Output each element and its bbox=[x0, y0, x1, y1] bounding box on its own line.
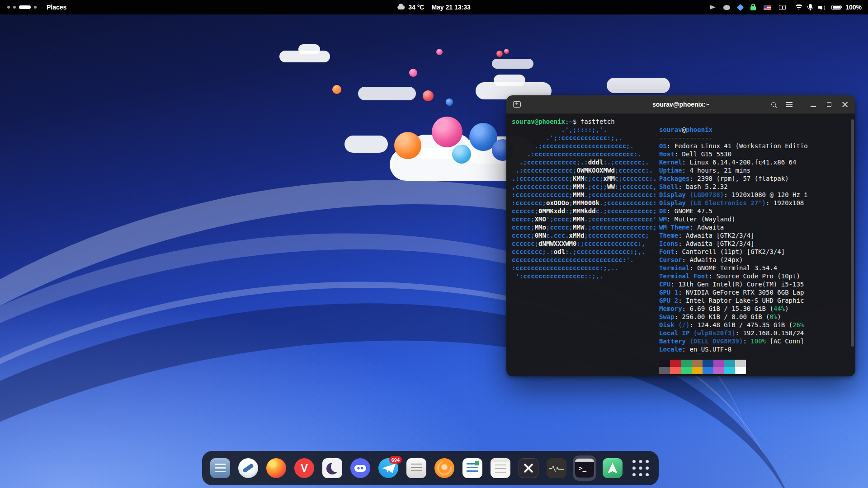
palette-swatch bbox=[681, 367, 692, 374]
weather-icon bbox=[397, 5, 405, 9]
volume-icon[interactable] bbox=[818, 5, 826, 10]
palette-swatch bbox=[681, 360, 692, 367]
workspace-dot[interactable] bbox=[34, 6, 37, 9]
new-tab-button[interactable] bbox=[510, 98, 524, 111]
hamburger-menu-icon bbox=[786, 102, 793, 107]
dock-office-writer-icon bbox=[462, 458, 482, 478]
dock-telegram[interactable]: 694 bbox=[377, 455, 400, 481]
dock-discord-icon bbox=[350, 458, 370, 478]
palette-swatch bbox=[703, 367, 713, 374]
wifi-icon[interactable] bbox=[795, 5, 803, 10]
status-icons bbox=[795, 4, 841, 10]
battery-icon[interactable] bbox=[831, 5, 841, 10]
workspace-dot[interactable] bbox=[7, 6, 10, 9]
fastfetch-info: sourav@phoenix -------------- OS: Fedora… bbox=[659, 126, 808, 353]
palette-swatch bbox=[659, 367, 670, 374]
top-bar: Places 34 °C May 21 13:33 100% bbox=[0, 0, 868, 14]
places-menu[interactable]: Places bbox=[44, 4, 69, 11]
dock-terminal-icon bbox=[575, 458, 594, 478]
dock-system-monitor[interactable] bbox=[545, 455, 568, 481]
workspace-indicator[interactable] bbox=[7, 5, 37, 9]
dock-system-monitor-icon bbox=[547, 458, 566, 478]
notification-badge: 694 bbox=[389, 456, 402, 464]
new-tab-icon bbox=[513, 101, 521, 108]
scrollbar-thumb[interactable] bbox=[851, 119, 854, 347]
close-button[interactable] bbox=[838, 98, 852, 111]
tray-app-blue-icon[interactable] bbox=[737, 4, 744, 11]
palette-swatch bbox=[713, 367, 724, 374]
keyboard-layout-flag-icon[interactable] bbox=[764, 5, 771, 10]
wallpaper-balloon bbox=[452, 145, 471, 164]
dock-gnome-web[interactable] bbox=[236, 455, 260, 481]
dock-office-writer[interactable] bbox=[461, 455, 484, 481]
search-button[interactable] bbox=[767, 98, 780, 111]
palette-swatch bbox=[692, 360, 703, 367]
battery-percent: 100% bbox=[845, 4, 862, 11]
dock-gnome-web-icon bbox=[238, 458, 258, 478]
wallpaper-cloud bbox=[492, 59, 533, 69]
dock-orange-ring-app-icon bbox=[434, 458, 454, 478]
system-tray bbox=[710, 4, 786, 10]
terminal-content[interactable]: sourav@phoenix:~$ fastfetch .',;::::;,'.… bbox=[506, 114, 855, 376]
tray-telegram-icon[interactable] bbox=[710, 5, 716, 9]
dock-firefox-icon bbox=[266, 458, 286, 478]
weather-temperature: 34 °C bbox=[408, 4, 424, 11]
wallpaper-balloon bbox=[432, 117, 462, 147]
minimize-icon bbox=[811, 106, 816, 107]
wallpaper-balloon bbox=[446, 99, 453, 106]
wallpaper-balloon bbox=[496, 51, 503, 57]
palette-swatch bbox=[670, 367, 681, 374]
wallpaper-cloud bbox=[358, 87, 416, 100]
microphone-icon[interactable] bbox=[809, 4, 812, 9]
dock-show-apps-icon bbox=[631, 458, 651, 478]
workspace-active-pill[interactable] bbox=[19, 5, 31, 9]
maximize-button[interactable] bbox=[822, 98, 836, 111]
dock-terminal[interactable] bbox=[573, 455, 596, 481]
date-time: May 21 13:33 bbox=[431, 4, 470, 11]
palette-swatch bbox=[659, 360, 670, 367]
dock-firefox[interactable] bbox=[264, 455, 288, 481]
palette-swatch bbox=[735, 367, 746, 374]
tray-discord-icon[interactable] bbox=[723, 5, 730, 10]
search-icon bbox=[771, 102, 776, 107]
dock-text-editor-blue-icon bbox=[210, 458, 230, 478]
terminal-titlebar[interactable]: sourav@phoenix:~ bbox=[506, 95, 855, 114]
dock-dark-x-app-icon bbox=[519, 458, 538, 478]
wallpaper-balloon bbox=[409, 69, 417, 77]
dock-vivaldi[interactable] bbox=[292, 455, 316, 481]
maximize-icon bbox=[827, 102, 831, 107]
dock-green-share-app[interactable] bbox=[601, 455, 624, 481]
clock-menu[interactable]: 34 °C May 21 13:33 bbox=[397, 0, 471, 14]
dock-orange-ring-app[interactable] bbox=[433, 455, 456, 481]
terminal-window: sourav@phoenix:~ sourav@phoenix:~$ fastf… bbox=[506, 95, 855, 376]
shell-prompt: sourav@phoenix:~$ fastfetch bbox=[512, 117, 851, 126]
terminal-color-palette bbox=[659, 360, 808, 374]
palette-swatch bbox=[724, 367, 735, 374]
wallpaper-cloud bbox=[344, 136, 388, 153]
dock-notes[interactable] bbox=[489, 455, 512, 481]
palette-swatch bbox=[735, 360, 746, 367]
wallpaper-balloon bbox=[423, 90, 434, 101]
palette-swatch bbox=[670, 360, 681, 367]
dock: 694 bbox=[202, 451, 659, 485]
menu-button[interactable] bbox=[783, 98, 796, 111]
tray-vpn-lock-icon[interactable] bbox=[750, 6, 756, 10]
fastfetch-output: .',;::::;,'. .';:cccccccccccc:;,. .;cccc… bbox=[512, 126, 851, 374]
dock-discord[interactable] bbox=[349, 455, 372, 481]
dock-zen-browser[interactable] bbox=[321, 455, 344, 481]
dock-notes-icon bbox=[491, 458, 510, 478]
dock-document-editor[interactable] bbox=[405, 455, 428, 481]
scrollbar[interactable] bbox=[851, 117, 854, 375]
minimize-button[interactable] bbox=[807, 98, 820, 111]
tiling-assistant-icon[interactable] bbox=[779, 5, 786, 10]
workspace-dot[interactable] bbox=[13, 6, 16, 9]
dock-text-editor-blue[interactable] bbox=[208, 455, 232, 481]
dock-dark-x-app[interactable] bbox=[517, 455, 540, 481]
quick-settings[interactable]: 100% bbox=[795, 4, 862, 11]
wallpaper-balloon bbox=[394, 132, 421, 159]
terminal-title: sourav@phoenix:~ bbox=[652, 101, 709, 108]
fedora-ascii-logo: .',;::::;,'. .';:cccccccccccc:;,. .;cccc… bbox=[512, 126, 659, 374]
wallpaper-balloon bbox=[436, 49, 443, 55]
dock-show-apps[interactable] bbox=[629, 455, 652, 481]
dock-zen-browser-icon bbox=[322, 458, 342, 478]
